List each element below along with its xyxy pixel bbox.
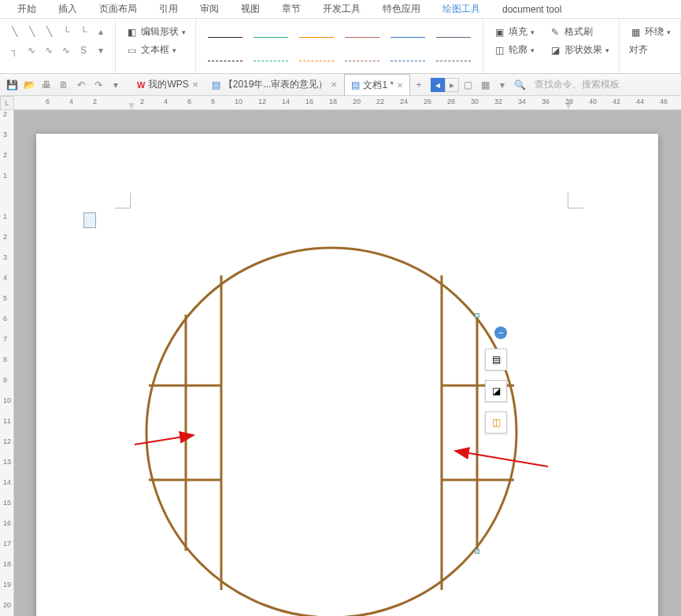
page[interactable]: − ▤ ◪ ◫ <box>36 134 658 616</box>
add-tab-button[interactable]: + <box>410 76 427 94</box>
menu-tab-review[interactable]: 审阅 <box>189 0 230 19</box>
ruler-tick: 12 <box>258 98 266 105</box>
doc-tab-2019[interactable]: ▤ 【2019年...审表的意见） ✕ <box>205 74 345 95</box>
search-icon[interactable]: 🔍 <box>511 76 528 94</box>
open-icon[interactable]: 📂 <box>20 76 38 94</box>
close-icon[interactable]: ✕ <box>331 80 337 89</box>
edit-shape-label: 编辑形状 <box>141 25 179 39</box>
menu-tab-reference[interactable]: 引用 <box>148 0 189 19</box>
shape-effect-button[interactable]: ◪ 形状效果 ▾ <box>546 42 613 58</box>
line-style-teal-dash[interactable] <box>251 50 291 71</box>
dropdown-icon: ▾ <box>172 46 176 54</box>
line-style-slate[interactable] <box>434 27 473 47</box>
doc-tab-document1[interactable]: ▤ 文档1 * ✕ <box>344 74 410 95</box>
save-icon[interactable]: 💾 <box>3 76 20 94</box>
ruler-tick: 2 <box>3 233 7 241</box>
indent-marker-left[interactable] <box>128 103 135 109</box>
elbow-connector-icon[interactable]: └ <box>76 24 91 39</box>
ruler-tick: 20 <box>353 98 361 105</box>
line-icon[interactable]: ╲ <box>41 24 57 39</box>
curve-connector-icon[interactable]: ∿ <box>58 42 74 58</box>
curve-connector-icon[interactable]: ∿ <box>24 42 39 58</box>
ruler-tick: 1 <box>3 212 7 220</box>
line-style-orange[interactable] <box>297 27 336 47</box>
edit-shape-button[interactable]: ◧ 编辑形状 ▾ <box>122 24 189 40</box>
ruler-tick: 10 <box>235 98 242 105</box>
line-style-brown[interactable] <box>342 27 382 47</box>
search-input[interactable]: 查找命令、搜索模板 <box>535 78 620 91</box>
selection-handle[interactable] <box>475 313 479 318</box>
preview-icon[interactable]: 🗎 <box>55 76 72 94</box>
caret-icon[interactable]: ▾ <box>494 76 511 94</box>
menu-tab-drawing-tools[interactable]: 绘图工具 <box>431 0 491 19</box>
line-icon[interactable]: ╲ <box>24 24 39 39</box>
grid-icon[interactable]: ▦ <box>476 76 494 94</box>
elbow-connector-icon[interactable]: ┐ <box>6 42 22 58</box>
more-icon[interactable]: ▾ <box>107 76 124 94</box>
ruler-tick: 6 <box>187 98 191 105</box>
curve-connector-icon[interactable]: ∿ <box>41 42 57 58</box>
line-style-slate-dash[interactable] <box>434 50 473 71</box>
paragraph-icon[interactable] <box>83 212 96 228</box>
line-style-gallery[interactable] <box>202 24 476 74</box>
line-style-teal[interactable] <box>251 27 291 47</box>
menu-tab-special[interactable]: 特色应用 <box>372 0 431 19</box>
nav-left-icon[interactable]: ◂ <box>431 78 445 92</box>
close-icon[interactable]: ✕ <box>397 81 403 90</box>
line-style-brown-dash[interactable] <box>342 50 382 71</box>
line-style-blue[interactable] <box>388 27 427 47</box>
line-style-blue-dash[interactable] <box>388 50 427 71</box>
dropdown-icon: ▾ <box>531 28 535 36</box>
menu-tab-chapter[interactable]: 章节 <box>271 0 312 19</box>
ruler-tick: 4 <box>3 274 7 282</box>
menu-tab-devtools[interactable]: 开发工具 <box>312 0 372 19</box>
ruler-tick: 15 <box>3 499 11 507</box>
undo-icon[interactable]: ↶ <box>72 76 90 94</box>
nav-right-icon[interactable]: ▸ <box>445 78 459 92</box>
layout-options-button[interactable]: ▤ <box>485 349 507 371</box>
shape-gallery[interactable]: ╲ ╲ ╲ └ └ ▴ ┐ ∿ ∿ ∿ S ▾ <box>6 24 109 60</box>
curve-icon[interactable]: S <box>76 42 91 58</box>
elbow-connector-icon[interactable]: └ <box>58 24 74 39</box>
text-box-icon: ▭ <box>125 44 138 57</box>
layout-icon: ▤ <box>492 354 501 365</box>
menu-tab-layout[interactable]: 页面布局 <box>88 0 148 19</box>
ribbon-format-group: ▣ 填充 ▾ ✎ 格式刷 ◫ 轮廓 ▾ ◪ 形状效果 ▾ <box>483 19 620 73</box>
redo-icon[interactable]: ↷ <box>90 76 107 94</box>
text-box-button[interactable]: ▭ 文本框 ▾ <box>122 42 189 58</box>
chevron-up-icon[interactable]: ▴ <box>93 24 109 39</box>
outline-icon: ◫ <box>493 44 505 57</box>
align-button[interactable]: 对齐 <box>626 42 674 58</box>
ruler-corner: L <box>0 96 14 110</box>
close-icon[interactable]: ✕ <box>192 80 198 89</box>
vertical-ruler[interactable]: 2321123456789101112131415161718192021222… <box>0 110 14 616</box>
line-style-orange-dash[interactable] <box>297 50 336 71</box>
wrap-button[interactable]: ▦ 环绕 ▾ <box>626 24 674 40</box>
shape-fill-button[interactable]: ◪ <box>485 380 507 402</box>
menu-tab-document-tool[interactable]: document tool <box>491 1 572 18</box>
line-icon[interactable]: ╲ <box>6 24 22 39</box>
format-painter-button[interactable]: ✎ 格式刷 <box>546 24 596 40</box>
line-style-black[interactable] <box>205 27 245 47</box>
menu-tab-insert[interactable]: 插入 <box>47 0 88 19</box>
line-style-black-dash[interactable] <box>205 50 245 71</box>
ruler-tick: 9 <box>3 376 7 384</box>
chevron-down-icon[interactable]: ▾ <box>93 42 109 58</box>
ruler-tick: 4 <box>164 98 168 105</box>
fill-button[interactable]: ▣ 填充 ▾ <box>490 24 538 40</box>
doc-tab-mywps[interactable]: W 我的WPS ✕ <box>131 74 205 95</box>
ribbon: ╲ ╲ ╲ └ └ ▴ ┐ ∿ ∿ ∿ S ▾ ◧ 编辑形状 ▾ ▭ 文本框 ▾ <box>0 19 681 74</box>
horizontal-ruler[interactable]: 6422468101214161820222426283032343638404… <box>14 96 681 110</box>
print-icon[interactable]: 🖶 <box>38 76 55 94</box>
menu-tab-start[interactable]: 开始 <box>6 0 47 19</box>
menu-tab-view[interactable]: 视图 <box>230 0 271 19</box>
ruler-tick: 8 <box>3 356 7 363</box>
doc-icon: ▤ <box>212 79 220 90</box>
shape-outline-button[interactable]: ◫ <box>485 411 507 433</box>
outline-button[interactable]: ◫ 轮廓 ▾ <box>490 42 538 58</box>
window-icon[interactable]: ▢ <box>459 76 476 94</box>
collapse-icon[interactable]: − <box>494 326 507 339</box>
wps-logo-icon: W <box>137 80 145 90</box>
canvas[interactable]: − ▤ ◪ ◫ <box>14 110 681 616</box>
selection-handle[interactable] <box>475 549 479 554</box>
